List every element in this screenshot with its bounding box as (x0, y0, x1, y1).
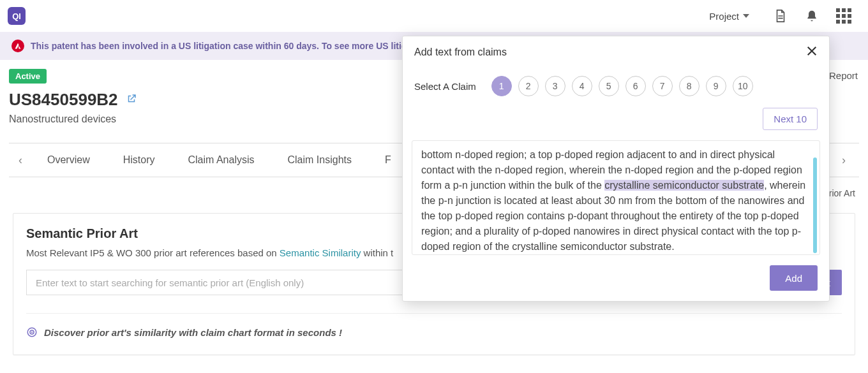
claim-text-highlight: crystalline semiconductor substrate (604, 180, 764, 191)
alert-icon (11, 40, 24, 52)
claim-text-box[interactable]: bottom n-doped region; a top p-doped reg… (412, 140, 820, 255)
tabs-scroll-right[interactable]: › (832, 154, 855, 167)
modal-title: Add text from claims (414, 47, 507, 58)
claim-pill-2[interactable]: 2 (518, 76, 539, 96)
close-icon[interactable] (806, 45, 818, 59)
claim-pill-4[interactable]: 4 (572, 76, 592, 96)
add-text-from-claims-modal: Add text from claims Select A Claim 1 2 … (402, 36, 830, 302)
tab-claim-insights[interactable]: Claim Insights (273, 143, 367, 177)
project-dropdown-label: Project (709, 11, 739, 22)
claim-pill-8[interactable]: 8 (679, 76, 700, 96)
status-badge: Active (9, 69, 47, 84)
add-button[interactable]: Add (770, 265, 818, 291)
claim-pill-5[interactable]: 5 (599, 76, 619, 96)
apps-icon[interactable] (836, 8, 851, 24)
claim-number-list: 1 2 3 4 5 6 7 8 9 10 (491, 76, 753, 96)
external-link-icon[interactable] (126, 93, 137, 107)
claim-pill-10[interactable]: 10 (733, 76, 753, 96)
semantic-similarity-link[interactable]: Semantic Similarity (280, 247, 361, 258)
target-icon (26, 326, 38, 338)
app-logo[interactable]: QI (8, 7, 26, 25)
litigation-banner-text: This patent has been involved in a US li… (31, 41, 412, 51)
claim-pill-9[interactable]: 9 (706, 76, 726, 96)
discover-row: Discover prior art's similarity with cla… (26, 313, 842, 338)
select-claim-label: Select A Claim (414, 81, 476, 92)
tab-truncated[interactable]: F (370, 143, 407, 177)
patent-number: US8450599B2 (9, 90, 118, 110)
notifications-icon[interactable] (805, 9, 818, 23)
tab-claim-analysis[interactable]: Claim Analysis (172, 143, 269, 177)
discover-text: Discover prior art's similarity with cla… (44, 327, 342, 338)
chevron-down-icon (743, 13, 749, 19)
claim-text: bottom n-doped region; a top p-doped reg… (421, 147, 808, 254)
topbar: QI Project (0, 0, 868, 32)
report-link[interactable]: Report (829, 70, 858, 81)
tab-history[interactable]: History (108, 143, 170, 177)
scrollbar-thumb[interactable] (813, 157, 817, 253)
claim-pill-6[interactable]: 6 (625, 76, 646, 96)
claim-pill-7[interactable]: 7 (652, 76, 673, 96)
svg-point-2 (31, 332, 33, 333)
tabs-scroll-left[interactable]: ‹ (9, 154, 32, 167)
tab-overview[interactable]: Overview (32, 143, 105, 177)
claim-pill-1[interactable]: 1 (491, 76, 512, 96)
project-dropdown[interactable]: Project (709, 11, 749, 22)
next-10-button[interactable]: Next 10 (763, 108, 818, 130)
document-icon[interactable] (774, 9, 788, 23)
claim-pill-3[interactable]: 3 (545, 76, 565, 96)
